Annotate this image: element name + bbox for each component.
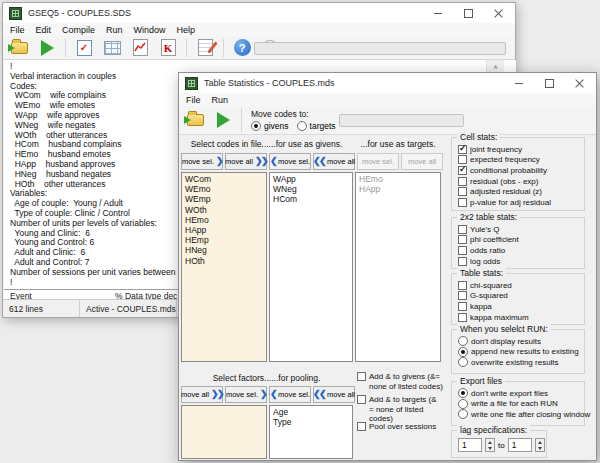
pvalue-checkbox[interactable] bbox=[458, 198, 467, 207]
factors-selected-list[interactable]: Age Type bbox=[269, 405, 353, 459]
dont-write-export-radio[interactable] bbox=[458, 388, 468, 398]
dont-display-results-radio[interactable] bbox=[458, 336, 468, 346]
run-button[interactable] bbox=[211, 110, 235, 131]
tablestats-titlebar[interactable]: Table Statistics - COUPLES.mds bbox=[179, 73, 596, 93]
overwrite-results-radio[interactable] bbox=[458, 357, 468, 367]
option-expected-frequency[interactable]: expected frequency bbox=[458, 155, 584, 166]
compile-button[interactable]: ✓ bbox=[72, 37, 96, 58]
list-item-code[interactable]: WEmp bbox=[182, 194, 266, 204]
list-item-given[interactable]: HCom bbox=[270, 194, 352, 204]
factors-move-selected-right-button[interactable]: move sel.❯ bbox=[225, 386, 267, 403]
maximize-icon[interactable] bbox=[459, 6, 477, 20]
write-file-each-run-radio[interactable] bbox=[458, 399, 468, 409]
list-item-target[interactable]: HApp bbox=[356, 184, 440, 194]
minimize-icon[interactable] bbox=[429, 6, 447, 20]
factors-move-all-right-button[interactable]: move all❯❯ bbox=[181, 386, 223, 403]
lag-from-spinner[interactable] bbox=[485, 438, 495, 452]
move-selected-from-givens-button[interactable]: ❮move sel. bbox=[269, 153, 311, 170]
option-dont-write-export[interactable]: don't write export files bbox=[458, 388, 584, 399]
option-conditional-probability[interactable]: conditional probability bbox=[458, 165, 584, 176]
list-item-target[interactable]: HEmo bbox=[356, 174, 440, 184]
menu-run[interactable]: Run bbox=[106, 25, 123, 35]
yules-q-checkbox[interactable] bbox=[458, 225, 467, 234]
kwic-button[interactable]: K bbox=[156, 37, 180, 58]
move-all-from-givens-button[interactable]: ❮❮move all bbox=[313, 153, 355, 170]
help-button[interactable]: ? bbox=[230, 37, 254, 58]
maximize-icon[interactable] bbox=[540, 76, 558, 90]
kappa-checkbox[interactable] bbox=[458, 302, 467, 311]
add-to-givens-checkbox[interactable] bbox=[357, 372, 366, 381]
menu-file[interactable]: File bbox=[186, 95, 201, 105]
menu-help[interactable]: Help bbox=[177, 25, 196, 35]
option-pvalue-adj-residual[interactable]: p-value for adj residual bbox=[458, 197, 584, 208]
table-stats-button[interactable] bbox=[100, 37, 124, 58]
option-overwrite-results[interactable]: overwrite existing results bbox=[458, 357, 584, 368]
residual-checkbox[interactable] bbox=[458, 177, 467, 186]
list-item-code[interactable]: WOth bbox=[182, 205, 266, 215]
list-item-code[interactable]: WEmo bbox=[182, 184, 266, 194]
conditional-probability-checkbox[interactable] bbox=[458, 166, 467, 175]
option-residual[interactable]: residual (obs - exp) bbox=[458, 176, 584, 187]
option-joint-frequency[interactable]: joint frequency bbox=[458, 144, 584, 155]
option-kappa[interactable]: kappa bbox=[458, 301, 584, 312]
stats-chart-button[interactable] bbox=[128, 37, 152, 58]
option-yules-q[interactable]: Yule's Q bbox=[458, 224, 584, 235]
lag-from-input[interactable]: 1 bbox=[458, 438, 482, 452]
factors-available-list[interactable] bbox=[181, 405, 267, 459]
g-squared-checkbox[interactable] bbox=[458, 291, 467, 300]
append-results-radio[interactable] bbox=[458, 347, 468, 357]
option-chi-squared[interactable]: chi-squared bbox=[458, 280, 584, 291]
option-g-squared[interactable]: G-squared bbox=[458, 291, 584, 302]
gseq-titlebar[interactable]: GSEQ5 - COUPLES.SDS bbox=[3, 3, 515, 23]
menu-compile[interactable]: Compile bbox=[62, 25, 95, 35]
menu-run[interactable]: Run bbox=[212, 95, 229, 105]
write-one-file-radio[interactable] bbox=[458, 409, 468, 419]
option-phi-coefficient[interactable]: phi coefficient bbox=[458, 235, 584, 246]
adjusted-residual-checkbox[interactable] bbox=[458, 187, 467, 196]
radio-targets-option[interactable]: targets bbox=[297, 121, 336, 131]
pool-sessions-option[interactable]: Pool over sessions bbox=[357, 422, 443, 432]
kappa-maximum-checkbox[interactable] bbox=[458, 313, 467, 322]
add-to-givens-option[interactable]: Add & to givens (&= none of listed codes… bbox=[357, 372, 443, 391]
radio-givens-option[interactable]: givens bbox=[251, 121, 289, 131]
list-item-code[interactable]: HNeg bbox=[182, 245, 266, 255]
minimize-icon[interactable] bbox=[510, 76, 528, 90]
lag-to-input[interactable]: 1 bbox=[508, 438, 532, 452]
spin-down-icon[interactable] bbox=[536, 445, 544, 451]
list-item-given[interactable]: WApp bbox=[270, 174, 352, 184]
list-item-code[interactable]: HOth bbox=[182, 256, 266, 266]
option-dont-display-results[interactable]: don't display results bbox=[458, 336, 584, 347]
odds-ratio-checkbox[interactable] bbox=[458, 246, 467, 255]
joint-frequency-checkbox[interactable] bbox=[458, 145, 467, 154]
chi-squared-checkbox[interactable] bbox=[458, 281, 467, 290]
log-odds-checkbox[interactable] bbox=[458, 257, 467, 266]
list-item-given[interactable]: WNeg bbox=[270, 184, 352, 194]
move-selected-to-givens-button[interactable]: move sel.❯ bbox=[181, 153, 223, 170]
open-file-button[interactable] bbox=[183, 110, 207, 131]
list-item-code[interactable]: HEmp bbox=[182, 235, 266, 245]
close-icon[interactable] bbox=[489, 6, 507, 20]
file-codes-list[interactable]: WCom WEmo WEmp WOth HEmo HApp HEmp HNeg … bbox=[181, 172, 267, 362]
list-item-code[interactable]: HEmo bbox=[182, 215, 266, 225]
pool-sessions-checkbox[interactable] bbox=[357, 422, 366, 431]
targets-list[interactable]: HEmo HApp bbox=[355, 172, 441, 362]
add-to-targets-option[interactable]: Add & to targets (& = none of listed cod… bbox=[357, 395, 443, 424]
option-kappa-maximum[interactable]: kappa maximum bbox=[458, 312, 584, 323]
close-icon[interactable] bbox=[570, 76, 588, 90]
factors-move-selected-left-button[interactable]: ❮move sel. bbox=[269, 386, 311, 403]
menu-window[interactable]: Window bbox=[134, 25, 166, 35]
list-item-code[interactable]: WCom bbox=[182, 174, 266, 184]
givens-radio[interactable] bbox=[251, 121, 261, 131]
spin-down-icon[interactable] bbox=[486, 445, 494, 451]
option-odds-ratio[interactable]: odds ratio bbox=[458, 245, 584, 256]
list-item-code[interactable]: HApp bbox=[182, 225, 266, 235]
move-all-to-givens-button[interactable]: move all❯❯ bbox=[225, 153, 267, 170]
targets-radio[interactable] bbox=[297, 121, 307, 131]
run-button[interactable] bbox=[35, 37, 59, 58]
expected-frequency-checkbox[interactable] bbox=[458, 155, 467, 164]
factors-move-all-left-button[interactable]: ❮❮move all bbox=[313, 386, 355, 403]
option-adjusted-residual[interactable]: adjusted residual (z) bbox=[458, 186, 584, 197]
list-item-factor[interactable]: Type bbox=[270, 417, 352, 427]
option-append-results[interactable]: append new results to existing bbox=[458, 347, 584, 358]
menu-edit[interactable]: Edit bbox=[36, 25, 52, 35]
